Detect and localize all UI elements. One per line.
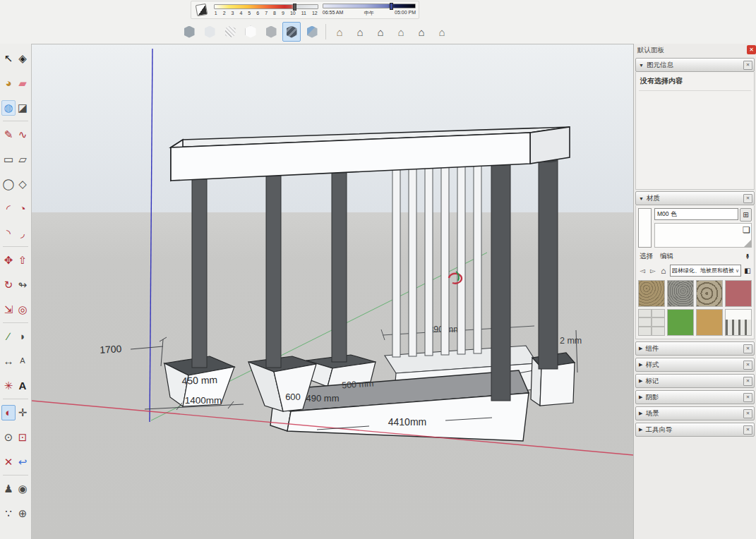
push-pull-tool[interactable]: ⇧ — [16, 253, 30, 268]
view-iso-button[interactable]: ⌂ — [330, 22, 349, 42]
section-tags[interactable]: ▶ 标记 ✕ — [635, 374, 755, 388]
make-component-tool[interactable]: ◈ — [16, 51, 30, 66]
materials-header[interactable]: ▼ 材质 ✕ — [635, 191, 755, 205]
tab-edit[interactable]: 编辑 — [660, 252, 673, 261]
time-slider-track[interactable] — [323, 4, 416, 8]
two-point-arc-tool[interactable]: ◝ — [1, 226, 16, 241]
freehand-tool[interactable]: ∿ — [16, 127, 30, 143]
date-slider-track[interactable] — [214, 4, 318, 9]
view-left-button[interactable]: ⌂ — [433, 22, 451, 42]
3d-text-tool[interactable]: A — [16, 378, 30, 394]
eraser-tool[interactable]: ▰ — [16, 75, 30, 91]
move-tool[interactable]: ✥ — [1, 253, 16, 268]
view-front-button[interactable]: ⌂ — [371, 22, 390, 42]
axes-tool[interactable]: ✳ — [1, 378, 16, 394]
style-xray-button[interactable] — [180, 22, 198, 42]
arc-tool[interactable]: ◜ — [1, 201, 16, 217]
paint-bucket-tool[interactable]: ◕ — [1, 75, 16, 91]
pan-tool[interactable]: ✛ — [16, 405, 30, 420]
three-point-arc-tool[interactable]: ◞ — [16, 226, 30, 241]
forward-button[interactable]: ▻ — [649, 266, 657, 276]
materials-close-button[interactable]: ✕ — [743, 194, 752, 203]
view-top-button[interactable]: ⌂ — [351, 22, 369, 42]
style-shaded-textures-button[interactable] — [282, 22, 301, 42]
swatch-grass-green[interactable] — [667, 309, 694, 336]
view-right-button[interactable]: ⌂ — [392, 22, 410, 42]
details-button[interactable]: ◧ — [743, 266, 752, 276]
select-tool[interactable]: ↖ — [1, 51, 16, 66]
dimension-tool[interactable]: ↔ — [1, 353, 16, 369]
flat-tool[interactable]: ◪ — [16, 100, 30, 116]
section-close-button[interactable]: ✕ — [743, 393, 752, 402]
sample-paint-dropper[interactable]: ✒ — [743, 253, 752, 260]
entity-info-close-button[interactable]: ✕ — [743, 61, 752, 70]
section-shadows[interactable]: ▶ 阴影 ✕ — [635, 390, 755, 404]
section-instructor[interactable]: ▶ 工具向导 ✕ — [635, 423, 755, 437]
zoom-extents-tool[interactable]: ✕ — [1, 454, 16, 470]
pie-tool[interactable]: ◔ — [16, 201, 30, 217]
date-slider-handle[interactable] — [293, 4, 296, 11]
rotated-rectangle-tool[interactable]: ▱ — [16, 152, 30, 167]
swatch-picket-fence[interactable] — [725, 309, 752, 336]
entity-info-header[interactable]: ▼ 图元信息 ✕ — [635, 58, 755, 72]
material-category-dropdown[interactable]: 园林绿化、地被层和植被 ∨ — [670, 265, 741, 277]
material-name-input[interactable] — [654, 208, 738, 220]
polygon-tool[interactable]: ◇ — [16, 176, 30, 192]
circle-tool[interactable]: ◯ — [1, 176, 16, 192]
shadow-date-slider[interactable]: 1 2 3 4 5 6 7 8 9 10 11 12 — [214, 4, 318, 16]
swatch-gravel-brown[interactable] — [638, 280, 665, 307]
section-components[interactable]: ▶ 组件 ✕ — [635, 341, 755, 356]
home-button[interactable]: ⌂ — [659, 266, 668, 276]
zoom-window-tool[interactable]: ⊡ — [16, 430, 30, 445]
style-monochrome-button[interactable] — [303, 22, 321, 42]
follow-me-tool[interactable]: ↬ — [16, 277, 30, 293]
section-close-button[interactable]: ✕ — [743, 425, 752, 435]
shadow-time-slider[interactable]: 06:55 AM 中午 05:00 PM — [323, 4, 416, 17]
style-hidden-line-button[interactable] — [241, 22, 260, 42]
orbit-tool[interactable]: ◐ — [1, 405, 16, 420]
walk-tool[interactable]: ∵ — [1, 506, 16, 521]
swatch-gravel-gray[interactable] — [667, 280, 694, 307]
model-canvas[interactable]: 390 mm 500 mm 2 mm — [32, 44, 633, 539]
create-material-button[interactable]: ⊞ — [740, 208, 752, 222]
time-slider-handle[interactable] — [390, 3, 393, 10]
style-wireframe-button[interactable] — [221, 22, 239, 42]
tape-measure-tool[interactable]: ∕ — [1, 329, 16, 344]
tray-close-button[interactable]: ✕ — [747, 45, 756, 54]
section-scenes[interactable]: ▶ 场景 ✕ — [635, 406, 755, 420]
section-close-button[interactable]: ✕ — [743, 409, 752, 418]
style-back-edges-button[interactable] — [200, 22, 219, 42]
protractor-tool[interactable]: ◗ — [16, 329, 30, 344]
view-back-button[interactable]: ⌂ — [412, 22, 431, 42]
section-styles[interactable]: ▶ 样式 ✕ — [635, 358, 755, 372]
style-shaded-button[interactable] — [262, 22, 280, 42]
monochrome-icon — [307, 26, 318, 38]
zoom-tool[interactable]: ⊙ — [1, 430, 16, 445]
section-close-button[interactable]: ✕ — [743, 361, 752, 370]
resize-handle[interactable] — [744, 240, 751, 247]
section-close-button[interactable]: ✕ — [743, 377, 752, 386]
section-plane-tool[interactable]: ⊕ — [16, 506, 30, 521]
default-material-button[interactable]: ❏ — [740, 224, 752, 236]
text-tool[interactable]: A — [16, 353, 30, 369]
zoom-previous-tool[interactable]: ↩ — [16, 454, 30, 470]
back-button[interactable]: ◅ — [638, 266, 647, 276]
swatch-sand-ochre[interactable] — [696, 309, 723, 336]
month-5: 5 — [248, 11, 251, 16]
toggle-shadows-button[interactable] — [194, 2, 210, 18]
entity-info-body: 没有选择内容 — [635, 72, 755, 190]
material-sampler-tool[interactable]: ◍ — [1, 100, 16, 116]
section-close-button[interactable]: ✕ — [743, 344, 752, 353]
swatch-stone-pavers[interactable] — [638, 309, 665, 336]
look-around-tool[interactable]: ◉ — [16, 481, 30, 497]
line-tool[interactable]: ✎ — [1, 127, 16, 143]
tab-select[interactable]: 选择 — [640, 252, 653, 261]
offset-tool[interactable]: ◎ — [16, 302, 30, 317]
swatch-clay-red[interactable] — [725, 280, 752, 307]
model-viewport[interactable]: 390 mm 500 mm 2 mm — [32, 44, 633, 539]
scale-tool[interactable]: ⇲ — [1, 302, 16, 317]
position-camera-tool[interactable]: ♟ — [1, 481, 16, 497]
rotate-tool[interactable]: ↻ — [1, 277, 16, 293]
rectangle-tool[interactable]: ▭ — [1, 152, 16, 167]
swatch-cobblestone[interactable] — [696, 280, 723, 307]
